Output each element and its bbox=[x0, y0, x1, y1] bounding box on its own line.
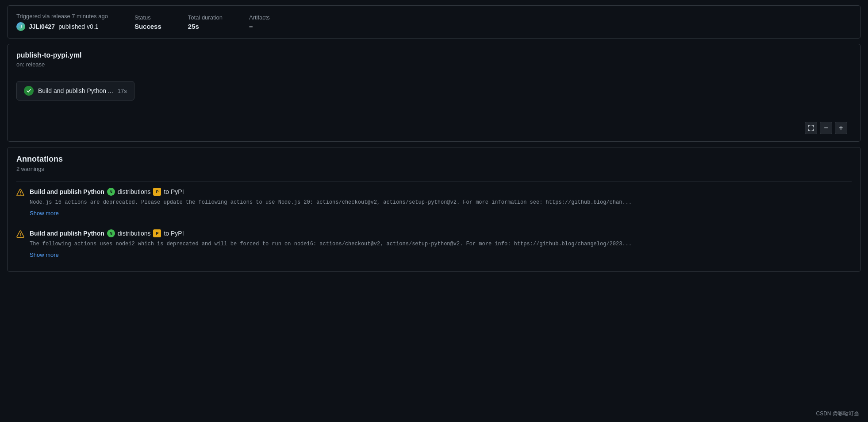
trigger-text: Triggered via release 7 minutes ago bbox=[16, 13, 108, 19]
info-bar: Triggered via release 7 minutes ago J JJ… bbox=[16, 13, 852, 31]
annotation-item-2: Build and publish Python N distributions… bbox=[16, 223, 852, 264]
avatar: J bbox=[16, 22, 25, 31]
watermark: CSDN @哆哒叮当 bbox=[816, 410, 859, 418]
fullscreen-button[interactable] bbox=[805, 122, 817, 134]
fullscreen-icon bbox=[808, 125, 814, 131]
node-icon-2: N bbox=[107, 229, 115, 237]
zoom-in-button[interactable]: + bbox=[835, 122, 847, 134]
workflow-canvas: Build and publish Python ... 17s bbox=[16, 81, 852, 134]
show-more-link-2[interactable]: Show more bbox=[30, 252, 59, 258]
workflow-section: publish-to-pypi.yml on: release Build an… bbox=[7, 44, 861, 142]
status-label: Status bbox=[134, 14, 161, 21]
info-bar-section: Triggered via release 7 minutes ago J JJ… bbox=[7, 5, 861, 39]
duration-value: 25s bbox=[188, 23, 223, 30]
annotation-header-text-1: Build and publish Python bbox=[30, 188, 104, 195]
duration-label: Total duration bbox=[188, 14, 223, 21]
publisher-name[interactable]: JJLi0427 bbox=[29, 23, 55, 30]
pypi-icon-2: P bbox=[153, 229, 161, 237]
zoom-in-icon: + bbox=[839, 124, 843, 132]
annotation-suffix-2: to PyPI bbox=[164, 230, 184, 237]
warning-icon-2 bbox=[16, 229, 24, 258]
annotation-header-2: Build and publish Python N distributions… bbox=[30, 229, 852, 237]
annotation-header-1: Build and publish Python N distributions… bbox=[30, 188, 852, 196]
annotation-suffix-1: to PyPI bbox=[164, 188, 184, 195]
annotations-section: Annotations 2 warnings Build and publish… bbox=[7, 147, 861, 272]
artifacts-label: Artifacts bbox=[249, 14, 270, 21]
annotations-count: 2 warnings bbox=[16, 166, 852, 172]
status-group: Status Success bbox=[134, 14, 161, 30]
annotation-content-1: Build and publish Python N distributions… bbox=[30, 188, 852, 217]
show-more-link-1[interactable]: Show more bbox=[30, 210, 59, 217]
workflow-subtitle: on: release bbox=[16, 61, 852, 68]
artifacts-group: Artifacts – bbox=[249, 14, 270, 30]
zoom-out-icon: − bbox=[824, 124, 828, 132]
annotations-title: Annotations bbox=[16, 155, 852, 164]
job-duration: 17s bbox=[118, 88, 127, 94]
status-value: Success bbox=[134, 23, 161, 30]
job-node[interactable]: Build and publish Python ... 17s bbox=[16, 81, 134, 101]
warning-icon-1 bbox=[16, 188, 24, 217]
annotation-content-2: Build and publish Python N distributions… bbox=[30, 229, 852, 258]
zoom-controls: − + bbox=[805, 122, 847, 134]
workflow-title: publish-to-pypi.yml bbox=[16, 51, 852, 59]
duration-group: Total duration 25s bbox=[188, 14, 223, 30]
published-text: published v0.1 bbox=[58, 23, 98, 30]
annotation-item-1: Build and publish Python N distributions… bbox=[16, 181, 852, 223]
annotation-dist-text-2: distributions bbox=[118, 230, 151, 237]
annotation-dist-text-1: distributions bbox=[118, 188, 151, 195]
publisher-row: J JJLi0427 published v0.1 bbox=[16, 22, 108, 31]
trigger-group: Triggered via release 7 minutes ago J JJ… bbox=[16, 13, 108, 31]
artifacts-value: – bbox=[249, 23, 270, 30]
success-checkmark-icon bbox=[24, 86, 34, 96]
job-label: Build and publish Python ... bbox=[38, 87, 113, 94]
pypi-icon-1: P bbox=[153, 188, 161, 196]
node-icon-1: N bbox=[107, 188, 115, 196]
annotation-message-2: The following actions uses node12 which … bbox=[30, 240, 826, 248]
zoom-out-button[interactable]: − bbox=[820, 122, 832, 134]
annotation-header-text-2: Build and publish Python bbox=[30, 230, 104, 237]
annotation-message-1: Node.js 16 actions are deprecated. Pleas… bbox=[30, 198, 826, 207]
